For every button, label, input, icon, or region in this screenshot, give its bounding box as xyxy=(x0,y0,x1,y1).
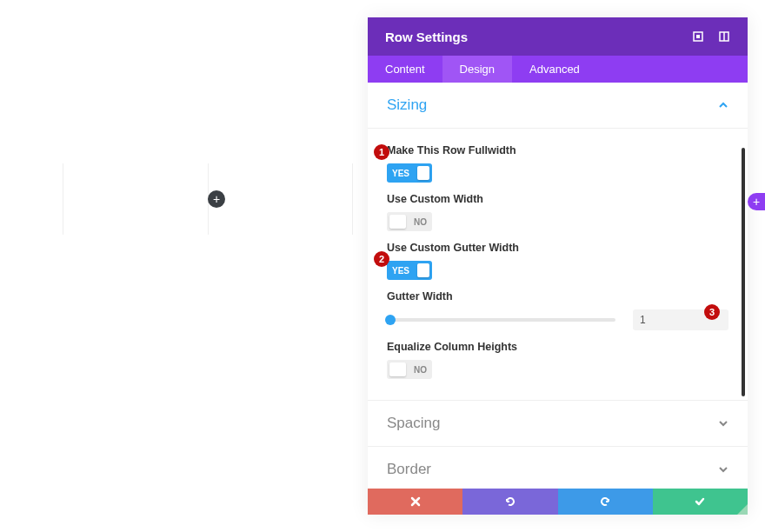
add-module-button[interactable]: + xyxy=(208,190,225,208)
panel-footer xyxy=(368,489,748,515)
gutter-width-slider[interactable] xyxy=(387,318,615,322)
resize-handle[interactable] xyxy=(737,504,748,515)
section-border-header[interactable]: Border xyxy=(368,447,748,489)
toggle-label: YES xyxy=(387,266,415,276)
annotation-badge-1: 1 xyxy=(374,144,389,160)
redo-button[interactable] xyxy=(558,489,653,515)
row-settings-panel: Row Settings Content Design Advanced Siz… xyxy=(368,17,748,515)
save-button[interactable] xyxy=(653,489,748,515)
panel-title: Row Settings xyxy=(385,30,468,44)
annotation-badge-2: 2 xyxy=(374,251,389,267)
custom-width-label: Use Custom Width xyxy=(387,193,728,205)
section-title: Sizing xyxy=(387,96,427,114)
snap-icon[interactable] xyxy=(718,30,730,43)
section-title: Spacing xyxy=(387,415,440,432)
equalize-toggle[interactable]: NO xyxy=(387,360,432,379)
section-spacing-header[interactable]: Spacing xyxy=(368,400,748,447)
section-title: Border xyxy=(387,461,431,478)
section-sizing-header[interactable]: Sizing xyxy=(368,83,748,129)
toggle-knob xyxy=(417,263,429,277)
toggle-knob xyxy=(417,166,429,180)
expand-icon[interactable] xyxy=(692,30,704,43)
panel-scrollbar[interactable] xyxy=(742,148,745,396)
tab-advanced[interactable]: Advanced xyxy=(512,56,597,83)
toggle-label: NO xyxy=(409,365,432,375)
panel-header: Row Settings xyxy=(368,17,748,56)
toggle-knob xyxy=(389,362,406,376)
tab-content[interactable]: Content xyxy=(368,56,442,83)
custom-gutter-label: Use Custom Gutter Width xyxy=(387,242,728,254)
panel-tabs: Content Design Advanced xyxy=(368,56,748,83)
section-sizing-body: Make This Row Fullwidth YES Use Custom W… xyxy=(368,129,748,400)
side-add-button[interactable]: + xyxy=(748,193,765,210)
chevron-down-icon xyxy=(718,418,728,429)
toggle-knob xyxy=(389,215,406,229)
header-actions xyxy=(692,30,730,43)
tab-design[interactable]: Design xyxy=(442,56,512,83)
annotation-badge-3: 3 xyxy=(704,304,720,320)
panel-body: Sizing Make This Row Fullwidth YES Use C… xyxy=(368,83,748,489)
gutter-width-row xyxy=(387,309,728,330)
chevron-up-icon xyxy=(718,100,728,110)
fullwidth-label: Make This Row Fullwidth xyxy=(387,144,728,156)
svg-rect-1 xyxy=(696,35,700,38)
toggle-label: YES xyxy=(387,169,415,178)
slider-thumb[interactable] xyxy=(385,315,396,325)
gutter-width-label: Gutter Width xyxy=(387,290,728,303)
custom-width-toggle[interactable]: NO xyxy=(387,212,432,231)
custom-gutter-toggle[interactable]: YES xyxy=(387,261,432,280)
toggle-label: NO xyxy=(409,217,432,227)
chevron-down-icon xyxy=(718,464,728,475)
undo-button[interactable] xyxy=(462,489,557,515)
cancel-button[interactable] xyxy=(368,489,462,515)
fullwidth-toggle[interactable]: YES xyxy=(387,163,432,183)
equalize-label: Equalize Column Heights xyxy=(387,341,728,353)
